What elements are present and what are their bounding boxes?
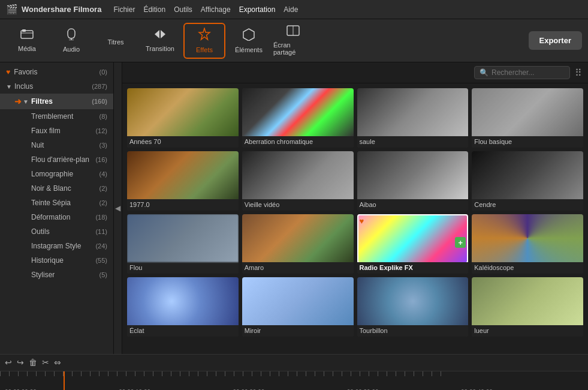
ruler-tick <box>171 371 171 376</box>
filter-label: Flou <box>127 262 239 274</box>
favorites-heart-icon: ♥ <box>6 68 10 76</box>
sidebar-count: (3) <box>99 142 107 149</box>
filter-item-eclat[interactable]: Éclat <box>127 277 239 337</box>
ruler-tick <box>441 371 441 376</box>
tool-ecran[interactable]: Écran partagé <box>272 23 314 59</box>
ruler-tick <box>99 371 99 376</box>
sidebar-count: (18) <box>95 214 107 221</box>
ruler-tick <box>423 371 423 376</box>
sidebar-count: (2) <box>99 199 107 206</box>
ruler-tick <box>243 371 243 376</box>
filter-item-kaleido[interactable]: Kaléidoscope <box>472 214 583 274</box>
title-bar: 🎬 Wondershare Filmora FichierÉditionOuti… <box>0 0 588 19</box>
sidebar-item-filtres[interactable]: ➜▼Filtres(160) <box>0 94 113 109</box>
sidebar-item-faux-film[interactable]: Faux film(12) <box>0 124 113 138</box>
filter-item-cendre[interactable]: Cendre <box>472 151 583 211</box>
filter-grid: Années 70Aberration chromatiquesauleFlou… <box>122 83 588 354</box>
sidebar-item-flou-arriere[interactable]: Flou d'arrière-plan(16) <box>0 152 113 167</box>
timeline-controls: ↩ ↪ 🗑 ✂ ⇔ <box>0 355 588 371</box>
filter-item-flou-basique[interactable]: Flou basique <box>472 88 583 148</box>
sidebar-item-nuit[interactable]: Nuit(3) <box>0 138 113 152</box>
tool-transition[interactable]: Transition <box>139 23 181 59</box>
filter-heart-icon: ♥ <box>360 217 364 226</box>
menu-item-fichier[interactable]: Fichier <box>113 5 135 14</box>
sidebar-label: Favoris <box>14 68 37 76</box>
sidebar-item-inclus[interactable]: ▼Inclus(287) <box>0 79 113 94</box>
sidebar-item-teinte-sepia[interactable]: Teinte Sépia(2) <box>0 196 113 210</box>
ruler-tick <box>126 371 126 376</box>
ruler-tick <box>117 371 117 376</box>
grid-view-icon[interactable]: ⠿ <box>575 67 582 79</box>
ruler-tick <box>252 371 252 376</box>
filter-item-tourbillon[interactable]: Tourbillon <box>357 277 469 337</box>
sidebar-label: Tremblement <box>31 112 73 121</box>
sidebar-label: Filtres <box>31 97 53 106</box>
sidebar-item-favoris[interactable]: ♥Favoris(0) <box>0 65 113 79</box>
menu-item-outils[interactable]: Outils <box>174 5 192 14</box>
media-icon <box>20 29 34 43</box>
ruler-tick <box>225 371 225 376</box>
ruler-tick <box>270 371 270 376</box>
filter-label: saule <box>357 136 469 148</box>
sidebar-item-historique[interactable]: Historique(55) <box>0 253 113 268</box>
sidebar-item-deformation[interactable]: Déformation(18) <box>0 210 113 224</box>
filter-add-icon: + <box>455 237 466 248</box>
redo-button[interactable]: ↪ <box>17 358 24 367</box>
filter-item-miroir[interactable]: Miroir <box>242 277 354 337</box>
filter-label: Années 70 <box>127 136 239 148</box>
filter-item-annees70[interactable]: Années 70 <box>127 88 239 148</box>
search-input[interactable] <box>491 68 563 77</box>
ruler-tick <box>36 371 37 376</box>
tool-audio[interactable]: Audio <box>50 23 92 59</box>
menu-item-aide[interactable]: Aide <box>284 5 298 14</box>
collapse-handle[interactable]: ◀ <box>114 62 122 354</box>
chevron-icon: ▼ <box>23 98 29 105</box>
ruler-tick <box>396 371 396 376</box>
ruler-tick <box>279 371 279 376</box>
ruler-tick <box>0 371 1 376</box>
delete-button[interactable]: 🗑 <box>29 358 37 367</box>
filter-item-lueur[interactable]: lueur <box>472 277 583 337</box>
export-button[interactable]: Exporter <box>529 31 582 50</box>
tool-titres[interactable]: Titres <box>95 23 137 59</box>
ruler-tick <box>288 371 288 376</box>
undo-button[interactable]: ↩ <box>5 358 12 367</box>
ruler-tick <box>144 371 144 376</box>
chevron-icon: ▼ <box>6 83 12 90</box>
filter-item-flou[interactable]: Flou <box>127 214 239 274</box>
filter-item-vieille-video[interactable]: Vieille vidéo <box>242 151 354 211</box>
ruler-tick <box>180 371 180 376</box>
sidebar-item-noir-blanc[interactable]: Noir & Blanc(2) <box>0 181 113 196</box>
menu-item-exportation[interactable]: Exportation <box>239 5 276 14</box>
sidebar-item-instagram[interactable]: Instagram Style(24) <box>0 239 113 253</box>
filter-label: Éclat <box>127 325 239 337</box>
filter-item-1977[interactable]: 1977.0 <box>127 151 239 211</box>
search-icon: 🔍 <box>480 68 489 77</box>
cut-button[interactable]: ✂ <box>42 358 49 367</box>
tool-elements[interactable]: Éléments <box>228 23 270 59</box>
menu-item-affichage[interactable]: Affichage <box>201 5 231 14</box>
filter-item-aberration[interactable]: Aberration chromatique <box>242 88 354 148</box>
filter-label: Amaro <box>242 262 354 274</box>
split-button[interactable]: ⇔ <box>54 358 61 367</box>
tool-media[interactable]: Média <box>6 23 48 59</box>
sidebar: ♥Favoris(0)▼Inclus(287)➜▼Filtres(160)Tre… <box>0 62 114 354</box>
ruler-tick <box>342 371 342 376</box>
time-cursor <box>64 371 65 390</box>
sidebar-item-lomographie[interactable]: Lomographie(4) <box>0 167 113 181</box>
filter-item-saule[interactable]: saule <box>357 88 469 148</box>
sidebar-item-tremblement[interactable]: Tremblement(8) <box>0 109 113 124</box>
tool-effets[interactable]: Effets <box>183 23 225 59</box>
filter-item-aibao[interactable]: Aibao <box>357 151 469 211</box>
filter-item-radio-explike[interactable]: ♥+Radio Explike FX <box>357 214 469 274</box>
elements-icon <box>242 28 255 44</box>
menu-item-édition[interactable]: Édition <box>143 5 165 14</box>
ruler-tick <box>405 371 405 376</box>
filter-label: Miroir <box>242 325 354 337</box>
filter-item-amaro[interactable]: Amaro <box>242 214 354 274</box>
search-box: 🔍 <box>474 66 570 79</box>
sidebar-item-styliser[interactable]: Styliser(5) <box>0 268 113 282</box>
sidebar-item-outils[interactable]: Outils(11) <box>0 224 113 239</box>
menu-bar: FichierÉditionOutilsAffichageExportation… <box>113 5 298 14</box>
sidebar-label: Faux film <box>31 127 61 135</box>
